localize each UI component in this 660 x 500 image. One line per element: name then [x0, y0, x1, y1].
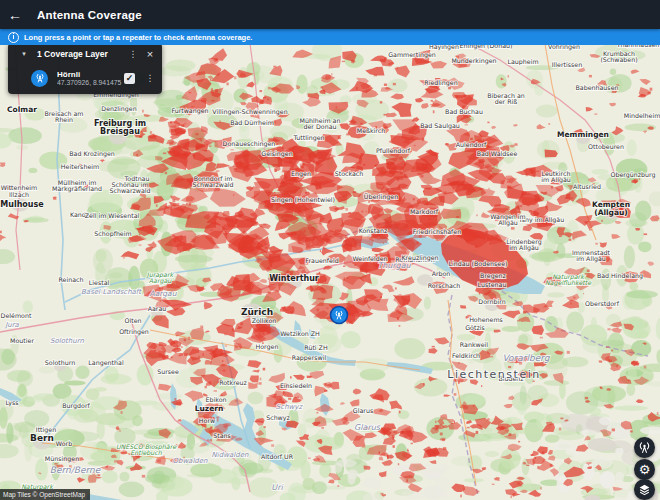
map-label-place: Memmingen: [557, 130, 609, 139]
map-label-place: Konstanz: [359, 227, 388, 234]
panel-menu-icon[interactable]: ⋮: [126, 50, 140, 59]
back-arrow-icon[interactable]: ←: [0, 0, 30, 29]
antenna-coverage-fab[interactable]: [634, 437, 655, 458]
map-label-region: Basel-Landschaft: [81, 288, 142, 296]
layer-texts: Hörnli 47.370926, 8.941475: [57, 70, 124, 87]
map-label-region: Glarus: [354, 423, 381, 432]
map-canvas[interactable]: ColmarEmmendingenDenzlingenFreiburg imBr…: [0, 29, 660, 500]
panel-close-icon[interactable]: ×: [140, 48, 160, 60]
map-label-place: Altdorf UR: [261, 453, 294, 460]
map-label-place: Colmar: [7, 105, 37, 114]
map-label-place: Winterthur: [269, 274, 319, 283]
map-label-place: Kempten(Allgäu): [592, 200, 630, 217]
map-label-place: Einsiedeln: [280, 382, 312, 389]
map-label-place: Immenstadtim Allgäu: [572, 249, 611, 264]
map-label-place: Frauenfeld: [305, 257, 338, 264]
map-label-place: Bad Dürrheim: [230, 119, 274, 126]
map-label-region: Vorarlberg: [503, 353, 551, 363]
info-icon: [8, 32, 19, 43]
map-label-place: Illzach: [9, 191, 29, 198]
map-label-place: Krumbach(Schwaben): [600, 50, 637, 64]
map-label-place: Olten: [124, 317, 141, 324]
map-label-place: Gammertingen: [388, 51, 436, 59]
map-label-place: Lindenbergim Allgäu: [506, 238, 541, 253]
map-label-place: Aarau: [148, 305, 167, 312]
openstreetmap-link[interactable]: OpenStreetMap: [39, 491, 85, 498]
map-label-place: Rapperswil: [292, 354, 327, 362]
map-label-place: Mulhouse: [0, 200, 44, 209]
map-label-place: Zürich: [241, 307, 273, 317]
coverage-layer-panel: ▾ 1 Coverage Layer ⋮ × Hörnli 47.370926,…: [8, 43, 162, 94]
app-bar: ← Antenna Coverage: [0, 0, 660, 29]
layer-avatar-antenna-icon: [31, 70, 48, 87]
map-label-place: Mindelheim: [624, 112, 660, 119]
map-label-region: Thurgau: [377, 261, 411, 270]
map-label-place: Zollikon: [252, 317, 277, 324]
map-label-place: Liestal: [89, 279, 110, 286]
map-label-place: Obergünzburg: [610, 171, 655, 179]
map-label-place: Aulendorf: [456, 141, 487, 148]
layer-coordinates: 47.370926, 8.941475: [57, 79, 124, 87]
map-label-region: Nidwalden: [212, 451, 249, 459]
layer-menu-icon[interactable]: ⋮: [143, 74, 157, 83]
map-label-country: Liechtenstein: [447, 368, 540, 381]
map-label-place: Langenthal: [88, 359, 124, 367]
map-label-place: Markdorf: [410, 208, 439, 215]
map-label-place: Bad Krozingen: [69, 150, 115, 158]
map-label-place: Singen (Hohentwiel): [271, 196, 335, 204]
map-label-place: Müllheim imMarkgräflerland: [52, 179, 102, 194]
map-label-place: Meßkirch: [357, 127, 386, 134]
map-label-place: Luzern: [195, 404, 224, 413]
hint-banner-text: Long press a point or tap a repeater to …: [24, 33, 252, 42]
map-label-park: JuraparkAargau: [146, 271, 175, 286]
map-label-place: Donaueschingen: [223, 140, 276, 148]
map-label-place: Bonndorf imSchwarzwald: [192, 175, 233, 189]
settings-gear-fab[interactable]: ⚙: [634, 459, 655, 480]
map-label-place: Schwyz: [266, 414, 290, 422]
map-label-region: Jura: [4, 321, 19, 329]
map-label-place: Rorschach: [428, 282, 461, 289]
map-label-place: Illertissen: [552, 61, 582, 68]
map-label-place: Moutier: [10, 337, 34, 344]
map-label-place: Oftringen: [119, 328, 149, 336]
map-label-place: Reinach: [58, 276, 83, 283]
map-label-place: Oberstdorf: [585, 300, 620, 307]
map-layers-fab[interactable]: [634, 479, 655, 500]
map-label-place: Feldkirch: [452, 352, 480, 359]
map-label-place: Rüti ZH: [304, 344, 328, 351]
map-label-place: Bad Waldsee: [477, 150, 518, 157]
hint-banner: Long press a point or tap a repeater to …: [0, 29, 660, 45]
map-label-place: Wetzikon ZH: [280, 330, 320, 337]
map-label-place: Mühlheim ander Donau: [300, 117, 341, 131]
layer-visibility-checkbox[interactable]: ✓: [124, 73, 135, 84]
map-label-place: Bern: [30, 433, 54, 443]
map-label-place: Friedrichshafen: [413, 228, 461, 235]
map-label-place: Denzlingen: [101, 105, 136, 113]
map-attribution: Map Tiles © OpenStreetMap: [0, 489, 90, 500]
map-label-place: Bad Buchau: [445, 108, 483, 115]
chevron-down-icon[interactable]: ▾: [14, 50, 34, 58]
map-label-place: Schönau imSchwarzwald: [109, 181, 150, 195]
layer-row[interactable]: Hörnli 47.370926, 8.941475 ✓ ⋮: [8, 65, 162, 91]
map-label-place: Tuttlingen: [292, 134, 324, 142]
map-label-place: Furtwangen: [171, 107, 208, 115]
map-label-place: Delémont: [1, 312, 32, 319]
map-label-place: Lyss: [5, 399, 18, 407]
map-label-place: Götzis: [465, 324, 485, 331]
map-label-place: Bad Hindelang: [597, 272, 643, 280]
panel-header: ▾ 1 Coverage Layer ⋮ ×: [8, 43, 162, 65]
map-label-region: Solothurn: [50, 337, 84, 345]
layer-name: Hörnli: [57, 70, 124, 79]
map-label-region: Uri: [271, 483, 283, 492]
map-label-place: Überlingen: [364, 193, 398, 201]
antenna-coverage-screen: ← Antenna Coverage Long press a point or…: [0, 0, 660, 500]
map-label-place: Solothurn: [45, 359, 75, 366]
map-label-place: Villingen-Schwenningen: [212, 108, 287, 116]
coverage-marker[interactable]: [331, 307, 348, 325]
map-label-place: Engen: [291, 170, 311, 178]
map-label-place: Munderkingen: [451, 57, 496, 65]
map-label-place: Glarus: [353, 407, 373, 414]
map-label-place: Stockach: [335, 170, 364, 177]
map-label-place: Lustenau: [478, 281, 507, 288]
panel-title: 1 Coverage Layer: [37, 49, 126, 59]
